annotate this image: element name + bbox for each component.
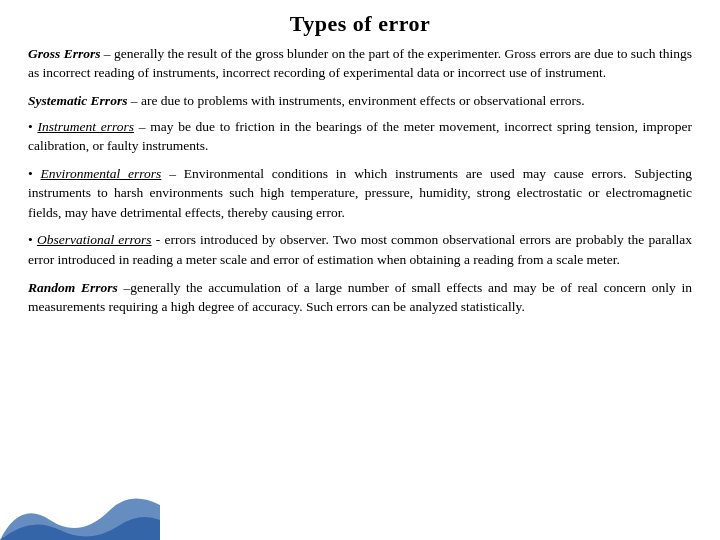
systematic-errors-text: – are due to problems with instruments, …: [127, 93, 584, 108]
bullet-dot-3: •: [28, 232, 37, 247]
random-errors-section: Random Errors –generally the accumulatio…: [28, 278, 692, 317]
instrument-errors-label: Instrument errors: [37, 119, 133, 134]
observational-errors-paragraph: • Observational errors - errors introduc…: [28, 230, 692, 269]
page: Types of error Gross Errors – generally …: [0, 0, 720, 540]
random-errors-label: Random Errors: [28, 280, 118, 295]
page-title: Types of error: [28, 8, 692, 40]
gross-errors-paragraph: Gross Errors – generally the result of t…: [28, 44, 692, 83]
content-area: Types of error Gross Errors – generally …: [28, 8, 692, 317]
decoration-wave: [0, 470, 160, 540]
systematic-errors-section: Systematic Errors – are due to problems …: [28, 91, 692, 156]
environmental-errors-label: Environmental errors: [41, 166, 162, 181]
random-errors-text: –generally the accumulation of a large n…: [28, 280, 692, 315]
systematic-errors-paragraph: Systematic Errors – are due to problems …: [28, 91, 692, 111]
gross-errors-label: Gross Errors: [28, 46, 100, 61]
systematic-errors-label: Systematic Errors: [28, 93, 127, 108]
bullet-dot-2: •: [28, 166, 41, 181]
random-errors-paragraph: Random Errors –generally the accumulatio…: [28, 278, 692, 317]
environmental-errors-section: • Environmental errors – Environmental c…: [28, 164, 692, 223]
environmental-errors-paragraph: • Environmental errors – Environmental c…: [28, 164, 692, 223]
gross-errors-section: Gross Errors – generally the result of t…: [28, 44, 692, 83]
instrument-errors-paragraph: • Instrument errors – may be due to fric…: [28, 117, 692, 156]
gross-errors-text: – generally the result of the gross blun…: [28, 46, 692, 81]
observational-errors-label: Observational errors: [37, 232, 152, 247]
observational-errors-section: • Observational errors - errors introduc…: [28, 230, 692, 269]
